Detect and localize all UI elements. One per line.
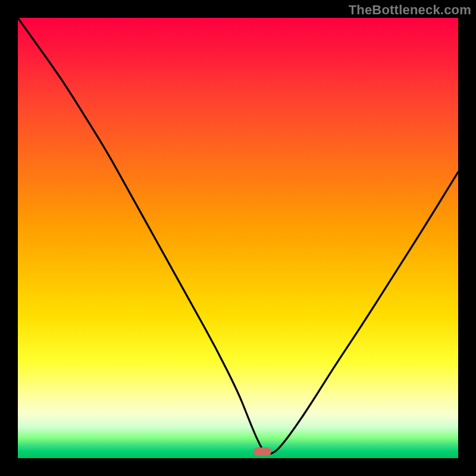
plot-area <box>18 18 458 458</box>
bottleneck-curve <box>18 18 458 458</box>
chart-frame: TheBottleneck.com <box>0 0 476 476</box>
optimal-marker <box>253 447 271 456</box>
watermark-label: TheBottleneck.com <box>349 2 471 18</box>
